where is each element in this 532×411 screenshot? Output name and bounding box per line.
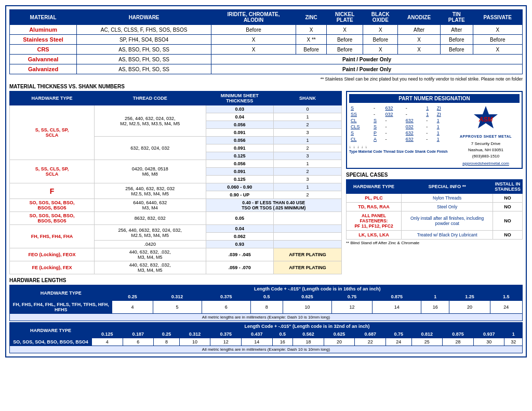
len2-0.437: 0.437: [242, 330, 273, 338]
shank-so2: [274, 212, 342, 225]
pn-zi-b: ZI: [437, 112, 441, 117]
code-6: 6: [202, 301, 250, 314]
col-hardware: HARDWARE: [77, 10, 211, 25]
passivate-crs: X: [473, 45, 522, 55]
nickel-crs: Before: [327, 45, 363, 55]
part-number-title: PART NUMER DESIGNATION: [349, 94, 520, 103]
thread-code-feo: 440, 632, 832, .032,M3, M4, M5: [95, 248, 206, 261]
table-row: SO, SOS, SO4, BSO,BSOS, BSO5 6440, 6440,…: [10, 199, 342, 212]
sc-col-install: INSTALL INSTAINLESS: [493, 180, 523, 194]
thread-code-632-832: 632, 832, 024, 032: [95, 137, 206, 160]
material-crs: CRS: [10, 45, 77, 55]
nickel-stainless: Before: [327, 35, 363, 45]
finishes-table: MATERIAL HARDWARE IRIDITE, CHROMATE,ALOD…: [9, 9, 523, 74]
sc-hw-tdras: TD, RAS, RAA: [347, 203, 402, 211]
thickness-feo: .039 - .045: [206, 248, 273, 261]
asm-website-link[interactable]: approvedsheetmetal.com: [462, 161, 509, 166]
thread-code-so1: 6440, 6440, 632M3, M4: [95, 199, 206, 212]
arrow-down-5: ↓: [365, 144, 367, 149]
code-4: 4: [112, 301, 153, 314]
col-zinc: ZINC: [296, 10, 327, 25]
len2-0.375: 0.375: [210, 330, 242, 338]
thickness-fh-0.04: 0.04: [206, 225, 273, 233]
col-threadcode: THREAD CODE: [95, 91, 206, 105]
code2-10: 10: [179, 338, 210, 346]
shank-feo: AFTER PLATING: [274, 248, 342, 261]
pn-cls: CLS: [351, 124, 360, 129]
thread-code-0420b: .0420: [95, 241, 206, 248]
pn-032a: 032: [385, 112, 393, 117]
thickness-fh-093: 0.93: [206, 241, 273, 248]
blackoxide-aluminum: X: [363, 25, 398, 35]
sc-info-nylon: Nylon Threads: [402, 194, 493, 203]
asm-address: 7 Security Drive Nashua, NH 03051 (603)8…: [452, 141, 520, 160]
lengths-table-32nds: HARDWARE TYPE Length Code + -.015" (Leng…: [9, 322, 523, 353]
hardware-crs: AS, BSO, FH, SO, SS: [77, 45, 211, 55]
col-anodize: ANODIZE: [398, 10, 441, 25]
asm-website: approvedsheetmetal.com: [452, 161, 520, 166]
thickness-0.90up: 0.90 - UP: [206, 191, 273, 199]
anodize-aluminum: After: [398, 25, 441, 35]
thickness-section-title: MATERIAL THICKNESS VS. SHANK NUMBERS: [9, 84, 523, 89]
anodize-crs: X: [398, 45, 441, 55]
pn-s2: S: [374, 118, 377, 123]
thickness-0.056c: 0.056: [206, 160, 273, 168]
code2-32: 32: [504, 338, 523, 346]
iridite-aluminum: Before: [211, 25, 296, 35]
lengths-hwtype-header2: HARDWARE TYPE: [10, 323, 92, 338]
pn-1f: 1: [437, 137, 440, 142]
len-val-1: 1: [421, 293, 449, 301]
passivate-stainless: Before: [473, 35, 522, 45]
table-row: Galvanized AS, BSO, FH, SO, SS Paint / P…: [10, 64, 523, 74]
shank-0: 0: [274, 105, 342, 113]
code2-6: 6: [123, 338, 154, 346]
shank-2c: 2: [274, 168, 342, 176]
table-row: S, SS, CLS, SP,SCLA 0420, 0428, 0518M6, …: [10, 160, 342, 168]
shank-3c: 3: [274, 176, 342, 183]
thickness-0.056a: 0.056: [206, 121, 273, 129]
pn-s4: S: [351, 130, 354, 136]
shank-1c: 1: [274, 160, 342, 168]
code2-24: 24: [386, 338, 412, 346]
table-row: Aluminum AC, CLS, CLSS, F, FHS, SOS, BSO…: [10, 25, 523, 35]
col-material: MATERIAL: [10, 10, 77, 25]
pn-1c: 1: [437, 118, 440, 123]
pn-ss: SS: [351, 112, 357, 117]
shank-2b: 2: [274, 144, 342, 152]
thickness-0.091a: 0.091: [206, 129, 273, 137]
tin-stainless: Before: [440, 35, 473, 45]
table-row: TD, RAS, RAA Steel Only NO: [347, 203, 523, 211]
thread-code-f: 256, 440, 632, 832, 032M2.5, M3, M4, M5: [95, 183, 206, 199]
len2-0.562: 0.562: [293, 330, 324, 338]
shank-fh2: [274, 233, 342, 241]
pn-a: A: [374, 137, 377, 142]
col-tin: TINPLATE: [440, 10, 473, 25]
legend-thread: Thread Size Code: [383, 150, 414, 153]
table-row: FH, FHS, FH4, FHA 256, 440, 0632, 832, 0…: [10, 225, 342, 233]
col-nickel: NICKELPLATE: [327, 10, 363, 25]
pn-cl2: CL: [351, 137, 357, 142]
code-16: 16: [421, 301, 449, 314]
len2-0.812: 0.812: [411, 330, 443, 338]
arrow-down-1: ↓: [349, 144, 351, 149]
metric-note-1: All metric lengths are in millimeters (E…: [10, 314, 523, 321]
thread-code-fe: 440, 632, 832, .032,M3, M4, M5: [95, 261, 206, 274]
material-stainless: Stainless Steel: [10, 35, 77, 45]
thread-code-0420: 0420, 0428, 0518M6, M8: [95, 160, 206, 183]
code-8: 8: [250, 301, 283, 314]
pn-632a: 632: [385, 105, 393, 111]
shank-3: 3: [274, 129, 342, 137]
col-minthick: MINIMUM SHEETTHICKNESS: [206, 91, 273, 105]
code2-4: 4: [91, 338, 123, 346]
lengths-hwtype-header1: HARDWARE TYPE: [10, 285, 112, 301]
len-val-0.75: 0.75: [332, 293, 373, 301]
len2-0.687: 0.687: [355, 330, 386, 338]
table-row: SO, SOS, SO4, BSO, BSOS, BSO4 4 6 8 10 1…: [10, 338, 523, 346]
sc-install-no4: NO: [493, 231, 523, 240]
thickness-0.125b: 0.125: [206, 176, 273, 183]
arrow-down-4: ↓: [361, 144, 363, 149]
len-val-0.25: 0.25: [112, 293, 153, 301]
sc-hw-plplc: PL, PLC: [347, 194, 402, 203]
len2-0.75: 0.75: [386, 330, 412, 338]
anodize-stainless: X: [398, 35, 441, 45]
